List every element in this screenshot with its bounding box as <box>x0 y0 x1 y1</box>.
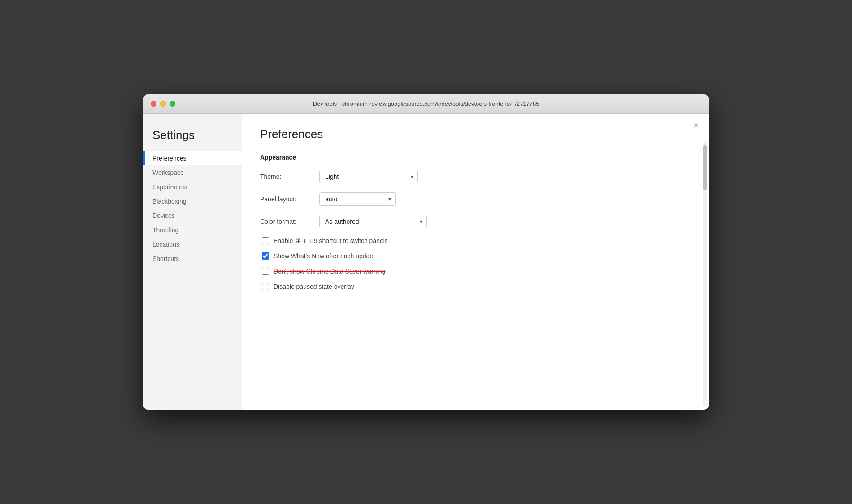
close-traffic-light[interactable] <box>151 101 156 107</box>
panel-layout-select-wrapper: auto horizontal vertical <box>319 192 396 206</box>
checkbox-cmd-switch: Enable ⌘ + 1-9 shortcut to switch panels <box>260 237 691 244</box>
appearance-section-title: Appearance <box>260 154 691 161</box>
title-bar: DevTools - chromium-review.googlesource.… <box>143 94 709 114</box>
color-format-label: Color format: <box>260 218 314 225</box>
checkbox-paused-overlay: Disable paused state overlay <box>260 283 691 290</box>
devtools-window: Settings Preferences Workspace Experimen… <box>143 114 709 410</box>
paused-overlay-checkbox[interactable] <box>262 283 269 290</box>
sidebar-item-blackboxing[interactable]: Blackboxing <box>143 194 242 209</box>
panel-layout-label: Panel layout: <box>260 196 314 203</box>
paused-overlay-label: Disable paused state overlay <box>274 283 354 290</box>
theme-select[interactable]: System preference Light Dark <box>319 170 418 183</box>
maximize-traffic-light[interactable] <box>170 101 175 107</box>
scrollbar-track[interactable] <box>703 141 707 406</box>
sidebar-nav: Preferences Workspace Experiments Blackb… <box>143 151 242 266</box>
settings-title: Settings <box>143 121 242 151</box>
minimize-traffic-light[interactable] <box>160 101 166 107</box>
close-settings-button[interactable]: × <box>691 120 701 131</box>
panel-layout-select[interactable]: auto horizontal vertical <box>319 192 396 206</box>
cmd-switch-checkbox[interactable] <box>262 237 269 244</box>
theme-row: Theme: System preference Light Dark <box>260 170 691 183</box>
whats-new-label: Show What's New after each update <box>274 252 375 260</box>
theme-label: Theme: <box>260 173 314 180</box>
sidebar-item-throttling[interactable]: Throttling <box>143 223 242 237</box>
scrollbar-thumb[interactable] <box>703 145 707 190</box>
checkbox-whats-new: Show What's New after each update <box>260 252 691 260</box>
cmd-switch-label: Enable ⌘ + 1-9 shortcut to switch panels <box>274 237 388 244</box>
whats-new-checkbox[interactable] <box>262 252 269 260</box>
settings-content: Settings Preferences Workspace Experimen… <box>143 114 709 410</box>
theme-select-wrapper: System preference Light Dark <box>319 170 418 183</box>
sidebar-item-devices[interactable]: Devices <box>143 209 242 223</box>
color-format-select-wrapper: As authored HEX RGB HSL <box>319 215 427 228</box>
sidebar-item-preferences[interactable]: Preferences <box>143 151 242 165</box>
color-format-select[interactable]: As authored HEX RGB HSL <box>319 215 427 228</box>
sidebar-item-locations[interactable]: Locations <box>143 237 242 252</box>
color-format-row: Color format: As authored HEX RGB HSL <box>260 215 691 228</box>
traffic-lights <box>151 101 175 107</box>
data-saver-checkbox[interactable] <box>262 268 269 275</box>
panel-title: Preferences <box>260 127 691 141</box>
os-window: DevTools - chromium-review.googlesource.… <box>143 94 709 410</box>
panel-layout-row: Panel layout: auto horizontal vertical <box>260 192 691 206</box>
checkbox-data-saver: Don't show Chrome Data Saver warning <box>260 268 691 275</box>
main-panel: × Preferences Appearance Theme: System p… <box>242 114 709 410</box>
window-title: DevTools - chromium-review.googlesource.… <box>313 100 539 107</box>
data-saver-label: Don't show Chrome Data Saver warning <box>274 268 385 275</box>
sidebar-item-experiments[interactable]: Experiments <box>143 180 242 194</box>
sidebar: Settings Preferences Workspace Experimen… <box>143 114 242 410</box>
sidebar-item-workspace[interactable]: Workspace <box>143 165 242 180</box>
sidebar-item-shortcuts[interactable]: Shortcuts <box>143 252 242 266</box>
